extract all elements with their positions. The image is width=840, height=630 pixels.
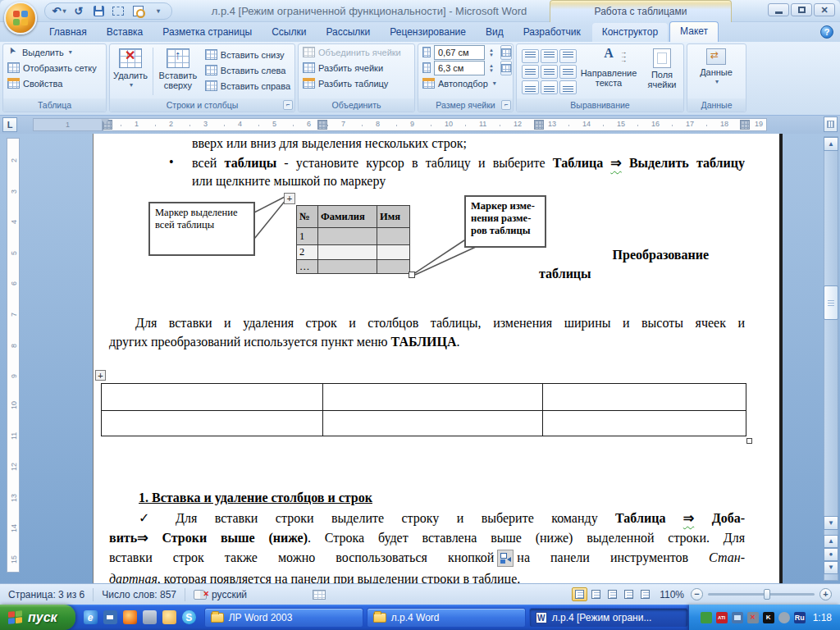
tab-Конструктор[interactable]: Конструктор	[592, 23, 668, 42]
ruler-toggle-button[interactable]	[824, 116, 838, 132]
merge-cells-button[interactable]: Объединить ячейки	[299, 44, 414, 60]
taskbar-clock[interactable]: 1:18	[813, 612, 832, 623]
table-cell[interactable]	[323, 411, 543, 436]
tab-stop-selector[interactable]: L	[2, 117, 17, 132]
insert-below-button[interactable]: Вставить снизу	[201, 47, 294, 62]
close-button[interactable]: ✕	[814, 3, 835, 16]
insert-left-button[interactable]: Вставить слева	[201, 62, 294, 78]
table-cell[interactable]	[543, 384, 746, 411]
table-column-marker[interactable]	[534, 120, 544, 130]
tray-antivirus-icon[interactable]	[701, 612, 712, 623]
table-cell[interactable]	[543, 411, 746, 436]
tab-Разметка страницы[interactable]: Разметка страницы	[153, 23, 262, 42]
tab-Ссылки[interactable]: Ссылки	[262, 23, 316, 42]
text-direction-button[interactable]: A→→→ Направление текста	[577, 44, 641, 98]
table-column-marker[interactable]	[740, 120, 750, 130]
tab-Макет[interactable]: Макет	[669, 21, 719, 42]
outline-view-button[interactable]	[621, 587, 637, 601]
table-cell[interactable]	[102, 384, 323, 411]
insert-above-button[interactable]: Вставить сверху	[155, 44, 201, 98]
column-width-input[interactable]	[434, 61, 485, 75]
column-width-spinner[interactable]: ▲▼	[489, 63, 494, 73]
taskbar-task-item[interactable]: л.р.4 Word	[367, 608, 526, 628]
row-height-input[interactable]	[434, 45, 485, 60]
taskbar-task-active[interactable]: Wл.р.4 [Режим ограни...	[529, 608, 688, 628]
table-move-handle[interactable]: +	[95, 370, 106, 381]
disk-icon[interactable]	[103, 610, 117, 624]
office-button[interactable]	[4, 2, 37, 34]
help-button[interactable]: ?	[820, 25, 833, 39]
language-indicator-tray[interactable]: Ru	[794, 612, 806, 623]
split-table-button[interactable]: Разбить таблицу	[299, 75, 414, 91]
tray-volume-muted-icon[interactable]: ✕	[747, 612, 759, 623]
align-bottom-right-button[interactable]	[559, 80, 577, 94]
skype-icon[interactable]: S	[182, 610, 196, 624]
page-indicator[interactable]: Страница: 3 из 6	[0, 584, 93, 605]
print-layout-view-button[interactable]	[572, 587, 587, 601]
select-browse-object-button[interactable]: ●	[824, 548, 838, 561]
tab-Разработчик[interactable]: Разработчик	[514, 23, 591, 42]
tab-Рецензирование[interactable]: Рецензирование	[380, 23, 476, 42]
taskbar-task-item[interactable]: ЛР Word 2003	[204, 608, 363, 628]
scroll-down-button[interactable]: ▼	[824, 516, 838, 530]
web-layout-view-button[interactable]	[605, 587, 620, 601]
row-height-spinner[interactable]: ▲▼	[489, 48, 494, 57]
align-bottom-left-button[interactable]	[522, 80, 539, 94]
align-top-right-button[interactable]	[559, 49, 577, 63]
calculator-icon[interactable]	[143, 610, 157, 624]
align-top-left-button[interactable]	[522, 49, 539, 63]
insert-right-button[interactable]: Вставить справа	[201, 78, 294, 94]
zoom-in-button[interactable]: +	[819, 588, 832, 600]
zoom-slider-track[interactable]	[708, 593, 815, 596]
next-page-button[interactable]: ▼	[824, 561, 838, 574]
save-button[interactable]	[91, 5, 106, 18]
firefox-icon[interactable]	[123, 610, 137, 624]
scroll-up-button[interactable]: ▲	[824, 137, 838, 151]
previous-page-button[interactable]: ▲	[824, 535, 838, 548]
customize-qat-button[interactable]: ▾	[150, 5, 165, 18]
proofing-status[interactable]: русский	[185, 584, 255, 605]
align-center-button[interactable]	[541, 65, 558, 79]
redo-button[interactable]: ↺	[71, 5, 86, 18]
tab-Вставка[interactable]: Вставка	[97, 23, 153, 42]
word-count-indicator[interactable]: Число слов: 857	[94, 584, 185, 605]
distribute-rows-button[interactable]	[500, 45, 512, 60]
select-button[interactable]: Выделить▾	[3, 44, 106, 60]
tab-Вид[interactable]: Вид	[476, 23, 514, 42]
zoom-level[interactable]: 110%	[660, 589, 684, 600]
print-preview-button[interactable]	[130, 5, 145, 18]
cell-size-dialog-launcher[interactable]: ⌐	[501, 100, 511, 110]
align-bottom-center-button[interactable]	[541, 80, 558, 94]
align-center-left-button[interactable]	[522, 65, 539, 79]
internet-explorer-icon[interactable]: e	[84, 610, 98, 624]
zoom-slider-thumb[interactable]	[764, 589, 770, 600]
table-move-handle-figure[interactable]: +	[284, 193, 295, 204]
tray-ati-icon[interactable]: ATI	[716, 612, 728, 623]
outlook-icon[interactable]	[162, 610, 176, 624]
vertical-scrollbar-thumb[interactable]	[824, 285, 838, 320]
zoom-out-button[interactable]: −	[691, 588, 703, 600]
vertical-scrollbar-track[interactable]	[824, 136, 838, 581]
rows-columns-dialog-launcher[interactable]: ⌐	[283, 100, 293, 110]
align-center-right-button[interactable]	[559, 65, 577, 79]
select-tool-button[interactable]	[111, 5, 126, 18]
restore-button[interactable]	[791, 3, 812, 16]
tab-Рассылки[interactable]: Рассылки	[316, 23, 380, 42]
indent-marker[interactable]	[101, 119, 109, 124]
properties-button[interactable]: Свойства	[3, 75, 106, 91]
delete-button[interactable]: Удалить▾	[110, 44, 151, 98]
autofit-button[interactable]: Автоподбор▾	[418, 75, 513, 91]
tray-network-icon[interactable]	[732, 612, 743, 623]
distribute-columns-button[interactable]	[500, 61, 512, 75]
tray-audio-icon[interactable]	[778, 612, 790, 623]
start-button[interactable]: пуск	[0, 605, 75, 630]
macro-recording-button[interactable]	[304, 584, 334, 605]
data-button[interactable]: Данные▾	[687, 44, 745, 98]
minimize-button[interactable]	[768, 3, 789, 16]
table-resize-handle[interactable]	[746, 438, 752, 444]
fullscreen-reading-view-button[interactable]	[588, 587, 604, 601]
draft-view-button[interactable]	[637, 587, 653, 601]
table-resize-handle-figure[interactable]	[409, 272, 415, 278]
align-top-center-button[interactable]	[541, 49, 558, 63]
undo-button[interactable]: ↶▾	[52, 5, 66, 18]
